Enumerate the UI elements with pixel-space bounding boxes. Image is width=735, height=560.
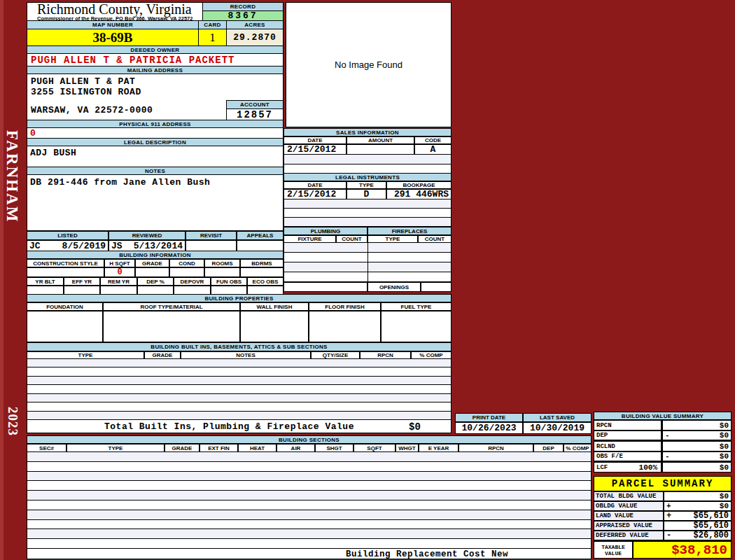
instrument-date: 2/15/2012	[284, 189, 346, 200]
taxable-label-line1: TAXABLE	[601, 544, 625, 550]
last-saved-value: 10/30/2019	[523, 422, 592, 434]
parcel-row-total-bldg: TOTAL BLDG VALUE $0	[594, 491, 732, 501]
year-vertical-label: 2023	[5, 395, 20, 447]
col-construction-style: CONSTRUCTION STYLE	[27, 259, 104, 267]
plumbing-fireplaces-titles: PLUMBING FIREPLACES	[284, 227, 451, 235]
bvs-row-dep: DEP -$0	[594, 430, 732, 441]
print-info-value-row: 10/26/2023 10/30/2019	[455, 422, 592, 434]
built-ins-empty-rows	[27, 359, 451, 420]
revisit-value	[186, 240, 237, 251]
parcel-value-deferred: -$26,800	[664, 531, 732, 540]
wall-finish-value	[240, 311, 309, 342]
bvs-label-rclnd: RCLND	[594, 441, 662, 451]
parcel-row-obldg: OBLDG VALUE +$0	[594, 501, 732, 511]
last-saved-label: LAST SAVED	[523, 413, 592, 422]
notes-value: DB 291-446 from Jane Allen Bush	[27, 174, 284, 231]
parcel-value-total-bldg: $0	[664, 491, 732, 501]
mailing-line1: PUGH ALLEN T & PAT	[31, 76, 135, 87]
bvs-row-lcf: LCF100% $0	[594, 462, 732, 472]
deeded-owner-value: PUGH ALLEN T & PATRICIA PACKETT	[27, 53, 284, 66]
parcel-summary-title: PARCEL SUMMARY	[594, 476, 732, 491]
reviewed-date: 5/13/2014	[134, 241, 183, 251]
acres-value: 29.2870	[226, 29, 284, 46]
parcel-row-deferred: DEFERRED VALUE -$26,800	[594, 531, 732, 540]
plumbing-fireplaces-empty-rows	[284, 243, 451, 282]
building-properties-table: BUILDING PROPERTIES FOUNDATION ROOF TYPE…	[27, 294, 451, 342]
building-replacement-cost-label: Building Replacement Cost New	[346, 550, 508, 559]
bvs-label-obs: OBS F/E	[594, 451, 662, 462]
grade-value	[135, 267, 169, 277]
listed-by: JC	[29, 241, 41, 251]
left-edge-highlight	[0, 0, 4, 560]
plumbing-fireplaces-divider	[368, 243, 368, 282]
plumbing-col-count: COUNT	[336, 235, 368, 243]
bvs-row-obs: OBS F/E -$0	[594, 451, 732, 462]
openings-row: OPENINGS	[284, 282, 451, 292]
built-ins-col-grade: GRADE	[144, 351, 181, 359]
col-eco-obs: ECO OBS	[247, 277, 284, 286]
bvs-row-rpcn: RPCN $0	[594, 420, 732, 430]
sale-amount	[346, 144, 414, 155]
parcel-label-land: LAND VALUE	[594, 511, 664, 521]
map-number-value: 38-69B	[27, 29, 199, 46]
bvs-value-obs: -$0	[662, 451, 732, 462]
fireplaces-col-type: TYPE	[368, 235, 418, 243]
instrument-bookpage: 291 446WRS	[386, 189, 451, 200]
col-dep-pct: DEP %	[137, 277, 174, 286]
building-sections-table: BUILDING SECTIONS SEC# TYPE GRADE EXT FI…	[27, 435, 592, 559]
col-h-sqft: H SQFT	[104, 259, 135, 267]
building-information-title: BUILDING INFORMATION	[27, 251, 284, 259]
sales-information-title: SALES INFORMATION	[284, 128, 451, 136]
floor-finish-value	[309, 311, 381, 342]
instruments-empty-rows	[284, 200, 451, 227]
property-photo-placeholder: No Image Found	[286, 2, 451, 127]
physical-911-value: 0	[27, 127, 284, 139]
plumbing-title: PLUMBING	[284, 227, 368, 235]
instruments-header-row: DATE TYPE BOOKPAGE	[284, 181, 451, 189]
taxable-label-line2: VALUE	[605, 550, 622, 556]
instruments-col-bookpage: BOOKPAGE	[386, 181, 451, 189]
instruments-col-type: TYPE	[346, 181, 386, 189]
sections-col-ext-fin: EXT FIN	[200, 444, 238, 452]
bvs-sign-dep: -	[665, 431, 670, 440]
sections-col-dep: DEP	[533, 444, 564, 452]
parcel-row-taxable: TAXABLE VALUE $38,810	[594, 540, 732, 559]
sales-header-row: DATE AMOUNT CODE	[284, 136, 451, 144]
col-wall-finish: WALL FINISH	[240, 302, 309, 311]
sections-col-shgt: SHGT	[315, 444, 354, 452]
sales-information-table: SALES INFORMATION DATE AMOUNT CODE 2/15/…	[284, 128, 451, 174]
col-floor-finish: FLOOR FINISH	[309, 302, 381, 311]
sections-col-comp: % COMP	[564, 444, 592, 452]
parcel-sign-obldg: +	[666, 502, 671, 510]
bvs-row-rclnd: RCLND $0	[594, 441, 732, 451]
parcel-amount-appraised: $65,610	[694, 521, 729, 531]
building-properties-title: BUILDING PROPERTIES	[27, 294, 451, 302]
county-title: Richmond County, Virginia	[37, 3, 202, 16]
print-date-value: 10/26/2023	[455, 422, 523, 434]
parcel-row-appraised: APPRAISED VALUE $65,610	[594, 521, 732, 531]
sections-col-sec: SEC#	[27, 444, 66, 452]
openings-value	[421, 282, 451, 292]
parcel-sign-land: +	[666, 511, 671, 521]
instruments-col-date: DATE	[284, 181, 346, 189]
appeals-value	[237, 240, 284, 251]
col-bdrms: BDRMS	[240, 259, 284, 267]
col-foundation: FOUNDATION	[27, 302, 103, 311]
listed-date: 8/5/2019	[62, 241, 106, 251]
bvs-lcf-pct: 100%	[639, 463, 657, 472]
fireplaces-col-count: COUNT	[418, 235, 451, 243]
reviewed-label: REVIEWED	[108, 231, 186, 240]
building-info-header-row-1: CONSTRUCTION STYLE H SQFT GRADE COND ROO…	[27, 259, 284, 267]
sales-col-code: CODE	[414, 136, 451, 144]
col-depovr: DEPOVR	[174, 277, 211, 286]
bvs-label-rpcn: RPCN	[594, 420, 662, 430]
parcel-summary-table: PARCEL SUMMARY TOTAL BLDG VALUE $0 OBLDG…	[594, 476, 732, 559]
sections-col-whgt: WHGT	[396, 444, 419, 452]
revisit-label: REVISIT	[186, 231, 237, 240]
col-rooms: ROOMS	[204, 259, 240, 267]
cond-value	[169, 267, 204, 277]
parcel-value-obldg: +$0	[664, 501, 732, 511]
parcel-value-land: +$65,610	[664, 511, 732, 521]
h-sqft-value: 0	[104, 267, 135, 277]
construction-style-value	[27, 267, 104, 277]
